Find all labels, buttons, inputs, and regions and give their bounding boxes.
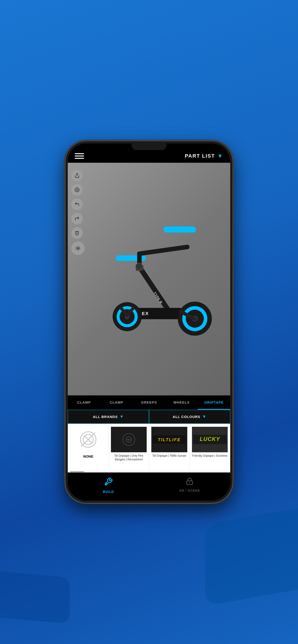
- delete-button[interactable]: [71, 227, 83, 239]
- colours-chevron: ▼: [202, 414, 207, 419]
- svg-line-33: [84, 436, 92, 444]
- nav-ar-scene[interactable]: AR / SCENE: [149, 476, 230, 495]
- product-tilt-bangers-name: Tilt Griptape | Only Film Bangers | Rema…: [111, 454, 147, 461]
- svg-point-31: [136, 263, 143, 270]
- ar-scene-label: AR / SCENE: [179, 489, 200, 492]
- scroll-bar: [70, 471, 84, 472]
- hamburger-line-2: [75, 156, 84, 156]
- lock-icon: [186, 477, 194, 487]
- svg-line-12: [139, 266, 171, 314]
- colours-label: ALL COLOURS: [173, 415, 200, 419]
- bottom-nav: BUILD AR / SCENE: [68, 472, 230, 500]
- tab-griptape[interactable]: GRIPTAPE: [198, 396, 230, 410]
- undo-button[interactable]: [71, 198, 83, 210]
- product-card-tilt-sunset[interactable]: TILTLIFE Tilt Griptape | Tiltlife Sunset: [149, 424, 189, 470]
- part-list-button[interactable]: PART LIST ▼: [185, 153, 223, 159]
- phone-screen: PART LIST ▼: [68, 144, 230, 500]
- build-label: BUILD: [103, 490, 114, 494]
- tiltlife-logo: TILTLIFE: [151, 427, 187, 452]
- target-button[interactable]: [71, 184, 83, 196]
- tilt-bangers-display: TILT: [111, 427, 147, 452]
- none-icon: [80, 432, 96, 448]
- svg-text:TILTLIFE: TILTLIFE: [158, 437, 181, 442]
- notch: [132, 144, 166, 150]
- brands-label: ALL BRANDS: [93, 415, 118, 419]
- scale-button[interactable]: [71, 242, 85, 255]
- product-none-name: NONE: [83, 454, 93, 459]
- phone-frame: PART LIST ▼: [66, 141, 232, 503]
- product-card-tilt-bangers[interactable]: TILT Tilt Griptape | Only Film Bangers |…: [109, 424, 149, 470]
- svg-text:TILT: TILT: [127, 438, 131, 441]
- scooter-image: APEX: [86, 168, 226, 390]
- page-wrapper: PART LIST ▼: [0, 0, 298, 644]
- notch-camera: [148, 145, 150, 148]
- tab-clamp1[interactable]: CLAMP: [68, 396, 100, 410]
- menu-icon[interactable]: [75, 153, 84, 159]
- tab-clamp2[interactable]: CLAMP: [100, 396, 133, 410]
- build-icon: [104, 477, 113, 488]
- colours-filter-button[interactable]: ALL COLOURS ▼: [149, 410, 230, 424]
- share-button[interactable]: [71, 170, 83, 181]
- brands-filter-button[interactable]: ALL BRANDS ▼: [68, 410, 149, 424]
- svg-point-7: [78, 248, 79, 249]
- product-card-none[interactable]: NONE: [68, 424, 108, 470]
- svg-text:LUCKY: LUCKY: [200, 436, 220, 442]
- brands-chevron: ▼: [120, 414, 124, 419]
- parts-tabs: CLAMP CLAMP GREEPS WHEELS GRIPTAPE: [68, 395, 230, 410]
- scooter-svg: APEX: [93, 214, 219, 344]
- product-none-image: [70, 427, 106, 452]
- svg-rect-8: [163, 226, 196, 232]
- left-toolbar: [71, 170, 85, 255]
- nav-build[interactable]: BUILD: [68, 476, 149, 495]
- svg-point-2: [76, 189, 78, 190]
- product-tilt-bangers-image: TILT: [111, 427, 147, 452]
- tab-wheels[interactable]: WHEELS: [165, 396, 198, 410]
- viewer-bg: APEX: [68, 163, 230, 395]
- friendly-logo: LUCKY: [192, 427, 228, 452]
- svg-rect-11: [137, 244, 190, 256]
- filter-row: ALL BRANDS ▼ ALL COLOURS ▼: [68, 410, 230, 424]
- svg-point-52: [189, 482, 190, 483]
- viewer-area: APEX: [68, 163, 230, 395]
- product-tilt-sunset-name: Tilt Griptape | Tiltlife Sunset: [152, 454, 186, 458]
- part-list-label: PART LIST: [185, 153, 215, 159]
- products-grid: NONE: [68, 424, 230, 471]
- product-friendly-name: Friendly Griptape | Sunshine: [192, 454, 227, 458]
- product-friendly-image: LUCKY: [192, 427, 228, 452]
- hamburger-line-1: [75, 153, 84, 154]
- hamburger-line-3: [75, 158, 84, 159]
- product-card-friendly[interactable]: LUCKY Friendly Griptape | Sunshine: [190, 424, 230, 470]
- part-list-chevron: ▼: [217, 153, 223, 159]
- tab-greeps[interactable]: GREEPS: [133, 396, 165, 410]
- product-tilt-sunset-image: TILTLIFE: [151, 427, 187, 452]
- redo-button[interactable]: [71, 213, 83, 224]
